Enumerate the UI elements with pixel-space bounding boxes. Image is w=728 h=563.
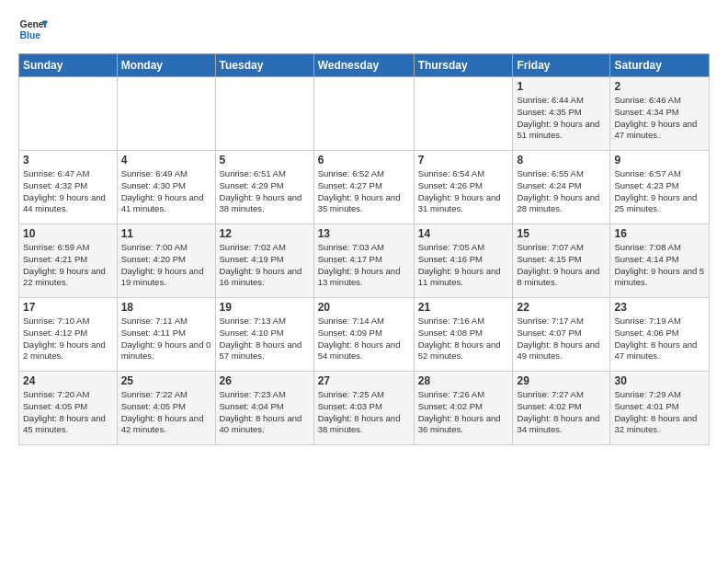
day-number: 30 [614, 374, 705, 387]
day-number: 11 [121, 227, 211, 240]
day-info: Sunrise: 6:47 AM Sunset: 4:32 PM Dayligh… [23, 168, 113, 215]
day-number: 17 [23, 301, 113, 314]
day-cell: 2Sunrise: 6:46 AM Sunset: 4:34 PM Daylig… [610, 77, 710, 151]
day-info: Sunrise: 7:16 AM Sunset: 4:08 PM Dayligh… [418, 316, 509, 362]
day-number: 1 [517, 80, 606, 93]
logo: General Blue [18, 15, 48, 44]
day-cell: 29Sunrise: 7:27 AM Sunset: 4:02 PM Dayli… [513, 372, 610, 445]
day-cell: 25Sunrise: 7:22 AM Sunset: 4:05 PM Dayli… [117, 372, 215, 445]
page: General Blue SundayMondayTuesdayWednesda… [0, 0, 728, 454]
day-cell: 6Sunrise: 6:52 AM Sunset: 4:27 PM Daylig… [313, 151, 414, 224]
header: General Blue [18, 15, 710, 44]
day-number: 20 [318, 301, 410, 314]
day-cell [117, 77, 215, 151]
day-number: 26 [220, 374, 310, 387]
day-info: Sunrise: 7:20 AM Sunset: 4:05 PM Dayligh… [23, 389, 113, 436]
day-cell: 18Sunrise: 7:11 AM Sunset: 4:11 PM Dayli… [117, 298, 215, 372]
day-info: Sunrise: 7:14 AM Sunset: 4:09 PM Dayligh… [318, 316, 410, 362]
day-number: 19 [220, 301, 310, 314]
week-row-5: 24Sunrise: 7:20 AM Sunset: 4:05 PM Dayli… [19, 372, 710, 445]
day-info: Sunrise: 7:17 AM Sunset: 4:07 PM Dayligh… [517, 316, 606, 362]
day-cell: 5Sunrise: 6:51 AM Sunset: 4:29 PM Daylig… [215, 151, 313, 224]
day-cell [19, 77, 118, 151]
day-cell: 26Sunrise: 7:23 AM Sunset: 4:04 PM Dayli… [215, 372, 313, 445]
day-number: 4 [121, 154, 211, 167]
day-number: 27 [318, 374, 410, 387]
day-number: 25 [121, 374, 211, 387]
day-info: Sunrise: 7:26 AM Sunset: 4:02 PM Dayligh… [418, 389, 509, 436]
day-number: 13 [318, 227, 410, 240]
day-number: 7 [418, 154, 509, 167]
day-cell: 23Sunrise: 7:19 AM Sunset: 4:06 PM Dayli… [610, 298, 710, 372]
day-info: Sunrise: 6:59 AM Sunset: 4:21 PM Dayligh… [23, 242, 113, 289]
day-info: Sunrise: 7:03 AM Sunset: 4:17 PM Dayligh… [318, 242, 410, 289]
day-info: Sunrise: 6:52 AM Sunset: 4:27 PM Dayligh… [318, 168, 410, 215]
day-header-sunday: Sunday [19, 54, 118, 77]
day-header-friday: Friday [513, 54, 610, 77]
day-cell: 28Sunrise: 7:26 AM Sunset: 4:02 PM Dayli… [414, 372, 513, 445]
day-info: Sunrise: 6:55 AM Sunset: 4:24 PM Dayligh… [517, 168, 606, 215]
week-row-3: 10Sunrise: 6:59 AM Sunset: 4:21 PM Dayli… [19, 224, 710, 298]
day-number: 3 [23, 154, 113, 167]
day-info: Sunrise: 7:10 AM Sunset: 4:12 PM Dayligh… [23, 316, 113, 362]
day-cell: 22Sunrise: 7:17 AM Sunset: 4:07 PM Dayli… [513, 298, 610, 372]
day-header-thursday: Thursday [414, 54, 513, 77]
day-cell: 13Sunrise: 7:03 AM Sunset: 4:17 PM Dayli… [313, 224, 414, 298]
day-cell: 19Sunrise: 7:13 AM Sunset: 4:10 PM Dayli… [215, 298, 313, 372]
calendar-body: 1Sunrise: 6:44 AM Sunset: 4:35 PM Daylig… [19, 77, 710, 445]
day-header-saturday: Saturday [610, 54, 710, 77]
svg-text:Blue: Blue [20, 30, 41, 40]
day-info: Sunrise: 7:25 AM Sunset: 4:03 PM Dayligh… [318, 389, 410, 436]
week-row-2: 3Sunrise: 6:47 AM Sunset: 4:32 PM Daylig… [19, 151, 710, 224]
day-info: Sunrise: 7:27 AM Sunset: 4:02 PM Dayligh… [517, 389, 606, 436]
day-cell: 10Sunrise: 6:59 AM Sunset: 4:21 PM Dayli… [19, 224, 118, 298]
day-cell: 1Sunrise: 6:44 AM Sunset: 4:35 PM Daylig… [513, 77, 610, 151]
day-cell: 14Sunrise: 7:05 AM Sunset: 4:16 PM Dayli… [414, 224, 513, 298]
day-info: Sunrise: 7:07 AM Sunset: 4:15 PM Dayligh… [517, 242, 606, 289]
day-info: Sunrise: 7:11 AM Sunset: 4:11 PM Dayligh… [121, 316, 211, 362]
day-cell: 4Sunrise: 6:49 AM Sunset: 4:30 PM Daylig… [117, 151, 215, 224]
day-number: 28 [418, 374, 509, 387]
day-info: Sunrise: 6:46 AM Sunset: 4:34 PM Dayligh… [614, 95, 705, 142]
day-cell [313, 77, 414, 151]
calendar-header-row: SundayMondayTuesdayWednesdayThursdayFrid… [19, 54, 710, 77]
day-info: Sunrise: 7:05 AM Sunset: 4:16 PM Dayligh… [418, 242, 509, 289]
day-cell: 21Sunrise: 7:16 AM Sunset: 4:08 PM Dayli… [414, 298, 513, 372]
day-info: Sunrise: 7:13 AM Sunset: 4:10 PM Dayligh… [220, 316, 310, 362]
week-row-1: 1Sunrise: 6:44 AM Sunset: 4:35 PM Daylig… [19, 77, 710, 151]
week-row-4: 17Sunrise: 7:10 AM Sunset: 4:12 PM Dayli… [19, 298, 710, 372]
day-cell: 16Sunrise: 7:08 AM Sunset: 4:14 PM Dayli… [610, 224, 710, 298]
day-cell: 9Sunrise: 6:57 AM Sunset: 4:23 PM Daylig… [610, 151, 710, 224]
day-cell: 3Sunrise: 6:47 AM Sunset: 4:32 PM Daylig… [19, 151, 118, 224]
day-info: Sunrise: 7:22 AM Sunset: 4:05 PM Dayligh… [121, 389, 211, 436]
day-number: 15 [517, 227, 606, 240]
day-cell: 12Sunrise: 7:02 AM Sunset: 4:19 PM Dayli… [215, 224, 313, 298]
day-cell [414, 77, 513, 151]
day-number: 8 [517, 154, 606, 167]
day-cell [215, 77, 313, 151]
day-info: Sunrise: 7:00 AM Sunset: 4:20 PM Dayligh… [121, 242, 211, 289]
logo-icon: General Blue [18, 15, 48, 44]
day-number: 5 [220, 154, 310, 167]
day-number: 2 [614, 80, 705, 93]
day-header-monday: Monday [117, 54, 215, 77]
day-number: 22 [517, 301, 606, 314]
day-cell: 8Sunrise: 6:55 AM Sunset: 4:24 PM Daylig… [513, 151, 610, 224]
day-number: 29 [517, 374, 606, 387]
day-cell: 17Sunrise: 7:10 AM Sunset: 4:12 PM Dayli… [19, 298, 118, 372]
day-number: 23 [614, 301, 705, 314]
day-cell: 20Sunrise: 7:14 AM Sunset: 4:09 PM Dayli… [313, 298, 414, 372]
day-number: 10 [23, 227, 113, 240]
day-info: Sunrise: 6:54 AM Sunset: 4:26 PM Dayligh… [418, 168, 509, 215]
day-cell: 15Sunrise: 7:07 AM Sunset: 4:15 PM Dayli… [513, 224, 610, 298]
day-number: 24 [23, 374, 113, 387]
day-header-tuesday: Tuesday [215, 54, 313, 77]
day-info: Sunrise: 6:44 AM Sunset: 4:35 PM Dayligh… [517, 95, 606, 142]
day-info: Sunrise: 6:49 AM Sunset: 4:30 PM Dayligh… [121, 168, 211, 215]
day-cell: 27Sunrise: 7:25 AM Sunset: 4:03 PM Dayli… [313, 372, 414, 445]
day-number: 12 [220, 227, 310, 240]
day-cell: 24Sunrise: 7:20 AM Sunset: 4:05 PM Dayli… [19, 372, 118, 445]
day-number: 16 [614, 227, 705, 240]
day-info: Sunrise: 7:08 AM Sunset: 4:14 PM Dayligh… [614, 242, 705, 289]
day-number: 21 [418, 301, 509, 314]
